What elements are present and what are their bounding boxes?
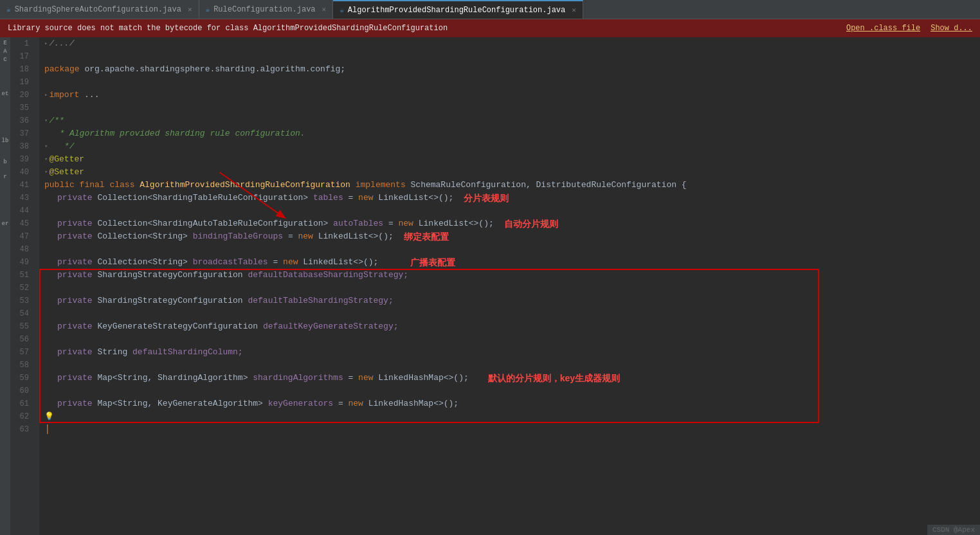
- line-num-35: 35: [10, 102, 34, 114]
- tab-label-2: RuleConfiguration.java: [213, 5, 315, 14]
- line-num-1: 1: [10, 37, 34, 50]
- annotation-broadcast: 广播表配置: [410, 256, 455, 269]
- line-num-47: 47: [10, 230, 34, 243]
- sidebar-er: er: [2, 221, 9, 227]
- line-num-18: 18: [10, 63, 34, 76]
- annotation-autotables: 自动分片规则: [504, 217, 558, 230]
- tab-rule-configuration[interactable]: ☕ RuleConfiguration.java ✕: [199, 0, 334, 19]
- code-line-43: private Collection<ShardingTableRuleConf…: [44, 192, 980, 204]
- java-icon: ☕: [6, 5, 11, 14]
- code-line-58: [44, 359, 980, 372]
- line-num-44: 44: [10, 204, 34, 217]
- line-num-60: 60: [10, 385, 34, 397]
- tab-close-3[interactable]: ✕: [572, 6, 576, 14]
- java-icon-3: ☕: [340, 6, 344, 14]
- fold-btn-38[interactable]: ▾: [44, 140, 48, 153]
- line-num-52: 52: [10, 282, 34, 295]
- line-num-48: 48: [10, 243, 34, 256]
- sidebar-b: b: [3, 159, 6, 165]
- left-sidebar: E A C et lb b r er: [0, 37, 10, 535]
- sidebar-c: C: [3, 57, 6, 63]
- fold-btn-1[interactable]: ▸: [44, 37, 48, 50]
- warning-bar: Library source does not match the byteco…: [0, 19, 980, 37]
- open-class-file-link[interactable]: Open .class file: [846, 24, 920, 33]
- highlighted-block-container: private ShardingStrategyConfiguration de…: [44, 269, 980, 423]
- annotation-tables: 分片表规则: [464, 192, 509, 204]
- show-diff-link[interactable]: Show d...: [930, 24, 972, 33]
- line-num-39: 39: [10, 153, 34, 166]
- java-icon-2: ☕: [206, 5, 210, 14]
- code-line-53: private ShardingStrategyConfiguration de…: [44, 295, 980, 307]
- line-num-17: 17: [10, 50, 34, 63]
- line-num-19: 19: [10, 76, 34, 89]
- line-num-56: 56: [10, 333, 34, 346]
- code-line-63: |: [44, 423, 980, 436]
- line-num-38: 38: [10, 140, 34, 153]
- code-line-59: private Map<String, ShardingAlgorithm> s…: [44, 372, 980, 385]
- tab-sharding-sphere[interactable]: ☕ ShardingSphereAutoConfiguration.java ✕: [0, 0, 199, 19]
- code-line-56: [44, 333, 980, 346]
- sidebar-et: et: [2, 91, 9, 97]
- line-num-37: 37: [10, 127, 34, 140]
- code-line-60: [44, 385, 980, 397]
- code-line-39: ▾ @Getter: [44, 153, 980, 166]
- line-num-51: 51: [10, 269, 34, 282]
- code-line-20: ▸ import ...: [44, 89, 980, 102]
- code-line-38: ▾ */: [44, 140, 980, 153]
- fold-btn-39[interactable]: ▾: [44, 153, 48, 166]
- warning-text: Library source does not match the byteco…: [8, 24, 448, 33]
- code-line-35: [44, 102, 980, 114]
- code-area: ▸ /.../ package org.apache.shardingspher…: [39, 37, 980, 535]
- code-line-36: ▾ /**: [44, 114, 980, 127]
- editor-area: E A C et lb b r er 1 17 18 19 20 35 36 3…: [0, 37, 980, 535]
- code-line-55: private KeyGenerateStrategyConfiguration…: [44, 320, 980, 333]
- line-num-43: 43: [10, 192, 34, 204]
- code-line-37: * Algorithm provided sharding rule confi…: [44, 127, 980, 140]
- code-line-44: [44, 204, 980, 217]
- tab-label-3: AlgorithmProvidedShardingRuleConfigurati…: [348, 6, 565, 15]
- sidebar-r: r: [3, 174, 6, 180]
- code-line-19: [44, 76, 980, 89]
- code-line-57: private String defaultShardingColumn;: [44, 346, 980, 359]
- annotation-binding: 绑定表配置: [404, 230, 449, 243]
- code-line-41: public final class AlgorithmProvidedShar…: [44, 179, 980, 192]
- code-line-61: private Map<String, KeyGenerateAlgorithm…: [44, 397, 980, 410]
- code-line-54: [44, 307, 980, 320]
- warning-message: Library source does not match the byteco…: [8, 24, 448, 33]
- line-num-49: 49: [10, 256, 34, 269]
- code-line-51: private ShardingStrategyConfiguration de…: [44, 269, 980, 282]
- line-num-41: 41: [10, 179, 34, 192]
- code-line-1: ▸ /.../: [44, 37, 980, 50]
- tab-label-1: ShardingSphereAutoConfiguration.java: [15, 5, 181, 14]
- code-line-45: private Collection<ShardingAutoTableRule…: [44, 217, 980, 230]
- code-line-52: [44, 282, 980, 295]
- line-num-62: 62: [10, 410, 34, 423]
- code-line-47: private Collection<String> bindingTableG…: [44, 230, 980, 243]
- line-number-gutter: 1 17 18 19 20 35 36 37 38 39 40 41 43 44…: [10, 37, 39, 535]
- tab-algorithm-provided[interactable]: ☕ AlgorithmProvidedShardingRuleConfigura…: [333, 0, 583, 19]
- line-num-61: 61: [10, 397, 34, 410]
- tab-close-2[interactable]: ✕: [322, 5, 327, 14]
- line-num-55: 55: [10, 320, 34, 333]
- line-num-59: 59: [10, 372, 34, 385]
- sidebar-lb: lb: [2, 138, 9, 144]
- tab-close-1[interactable]: ✕: [188, 5, 192, 14]
- code-line-17: [44, 50, 980, 63]
- line-num-53: 53: [10, 295, 34, 307]
- annotation-default-rules: 默认的分片规则，key生成器规则: [488, 372, 620, 385]
- line-num-20: 20: [10, 89, 34, 102]
- line-num-58: 58: [10, 359, 34, 372]
- line-num-54: 54: [10, 307, 34, 320]
- sidebar-a: A: [3, 48, 6, 55]
- code-line-18: package org.apache.shardingsphere.shardi…: [44, 63, 980, 76]
- warning-actions: Open .class file Show d...: [846, 24, 972, 33]
- fold-btn-20[interactable]: ▸: [44, 89, 48, 102]
- line-num-36: 36: [10, 114, 34, 127]
- line-num-45: 45: [10, 217, 34, 230]
- bottom-watermark: CSDN @Apex: [927, 525, 980, 535]
- fold-btn-40[interactable]: ▾: [44, 166, 48, 179]
- code-line-62: 💡: [44, 410, 980, 423]
- line-num-40: 40: [10, 166, 34, 179]
- sidebar-e: E: [3, 40, 6, 46]
- fold-btn-36[interactable]: ▾: [44, 114, 48, 127]
